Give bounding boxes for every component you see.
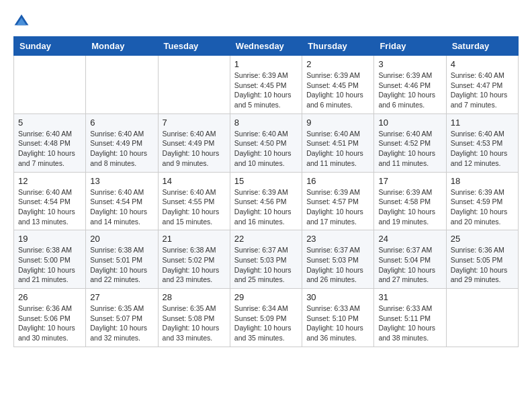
calendar-cell: 9Sunrise: 6:40 AM Sunset: 4:51 PM Daylig… [302,113,374,172]
cell-info: Sunrise: 6:40 AM Sunset: 4:49 PM Dayligh… [163,129,226,169]
calendar-cell: 20Sunrise: 6:38 AM Sunset: 5:01 PM Dayli… [86,230,158,289]
day-number: 10 [378,118,441,128]
day-number: 30 [306,292,369,302]
cell-info: Sunrise: 6:35 AM Sunset: 5:07 PM Dayligh… [90,304,153,343]
day-number: 26 [18,292,81,302]
calendar-week-5: 26Sunrise: 6:36 AM Sunset: 5:06 PM Dayli… [14,289,519,347]
day-number: 24 [378,234,441,244]
calendar-table: SundayMondayTuesdayWednesdayThursdayFrid… [13,36,519,347]
cell-info: Sunrise: 6:39 AM Sunset: 4:45 PM Dayligh… [306,71,369,110]
cell-info: Sunrise: 6:34 AM Sunset: 5:09 PM Dayligh… [234,304,298,343]
calendar-cell [158,56,230,114]
calendar-cell: 29Sunrise: 6:34 AM Sunset: 5:09 PM Dayli… [230,289,302,347]
cell-info: Sunrise: 6:33 AM Sunset: 5:10 PM Dayligh… [306,304,369,343]
calendar-header-row: SundayMondayTuesdayWednesdayThursdayFrid… [14,37,519,56]
day-number: 31 [378,292,441,302]
day-number: 7 [163,118,226,128]
day-number: 21 [163,234,226,244]
calendar-cell: 14Sunrise: 6:40 AM Sunset: 4:55 PM Dayli… [158,172,230,230]
cell-info: Sunrise: 6:40 AM Sunset: 4:54 PM Dayligh… [90,187,153,227]
cell-info: Sunrise: 6:36 AM Sunset: 5:06 PM Dayligh… [18,304,81,343]
day-number: 18 [451,176,514,186]
cell-info: Sunrise: 6:39 AM Sunset: 4:45 PM Dayligh… [234,71,298,110]
day-number: 25 [451,234,514,244]
day-number: 17 [378,176,441,186]
cell-info: Sunrise: 6:35 AM Sunset: 5:08 PM Dayligh… [163,304,226,343]
cell-info: Sunrise: 6:39 AM Sunset: 4:56 PM Dayligh… [234,187,298,227]
cell-info: Sunrise: 6:39 AM Sunset: 4:57 PM Dayligh… [306,187,369,227]
cell-info: Sunrise: 6:40 AM Sunset: 4:49 PM Dayligh… [90,129,153,169]
cell-info: Sunrise: 6:36 AM Sunset: 5:05 PM Dayligh… [451,245,514,285]
cell-info: Sunrise: 6:39 AM Sunset: 4:46 PM Dayligh… [378,71,441,110]
day-number: 16 [306,176,369,186]
calendar-header-wednesday: Wednesday [230,37,302,56]
cell-info: Sunrise: 6:37 AM Sunset: 5:03 PM Dayligh… [234,245,298,285]
day-number: 3 [378,59,441,69]
cell-info: Sunrise: 6:40 AM Sunset: 4:51 PM Dayligh… [306,129,369,169]
day-number: 5 [18,118,81,128]
cell-info: Sunrise: 6:38 AM Sunset: 5:00 PM Dayligh… [18,245,81,285]
logo-icon [13,13,30,30]
calendar-cell: 4Sunrise: 6:40 AM Sunset: 4:47 PM Daylig… [446,56,518,114]
calendar-header-thursday: Thursday [302,37,374,56]
calendar-cell: 27Sunrise: 6:35 AM Sunset: 5:07 PM Dayli… [86,289,158,347]
cell-info: Sunrise: 6:40 AM Sunset: 4:54 PM Dayligh… [18,187,81,227]
page-header [13,13,519,30]
cell-info: Sunrise: 6:39 AM Sunset: 4:58 PM Dayligh… [378,187,441,227]
calendar-header-saturday: Saturday [446,37,518,56]
day-number: 28 [163,292,226,302]
calendar-cell: 11Sunrise: 6:40 AM Sunset: 4:53 PM Dayli… [446,113,518,172]
calendar-week-4: 19Sunrise: 6:38 AM Sunset: 5:00 PM Dayli… [14,230,519,289]
calendar-cell: 22Sunrise: 6:37 AM Sunset: 5:03 PM Dayli… [230,230,302,289]
calendar-cell: 16Sunrise: 6:39 AM Sunset: 4:57 PM Dayli… [302,172,374,230]
cell-info: Sunrise: 6:40 AM Sunset: 4:50 PM Dayligh… [234,129,298,169]
day-number: 29 [234,292,298,302]
calendar-cell: 19Sunrise: 6:38 AM Sunset: 5:00 PM Dayli… [14,230,86,289]
calendar-week-2: 5Sunrise: 6:40 AM Sunset: 4:48 PM Daylig… [14,113,519,172]
calendar-cell: 25Sunrise: 6:36 AM Sunset: 5:05 PM Dayli… [446,230,518,289]
calendar-cell: 15Sunrise: 6:39 AM Sunset: 4:56 PM Dayli… [230,172,302,230]
day-number: 22 [234,234,298,244]
day-number: 20 [90,234,153,244]
cell-info: Sunrise: 6:37 AM Sunset: 5:04 PM Dayligh… [378,245,441,285]
cell-info: Sunrise: 6:40 AM Sunset: 4:47 PM Dayligh… [451,71,514,110]
day-number: 1 [234,59,298,69]
calendar-cell: 5Sunrise: 6:40 AM Sunset: 4:48 PM Daylig… [14,113,86,172]
calendar-cell: 31Sunrise: 6:33 AM Sunset: 5:11 PM Dayli… [374,289,446,347]
calendar-cell: 23Sunrise: 6:37 AM Sunset: 5:03 PM Dayli… [302,230,374,289]
calendar-cell [14,56,86,114]
day-number: 8 [234,118,298,128]
day-number: 14 [163,176,226,186]
calendar-cell: 26Sunrise: 6:36 AM Sunset: 5:06 PM Dayli… [14,289,86,347]
cell-info: Sunrise: 6:40 AM Sunset: 4:55 PM Dayligh… [163,187,226,227]
calendar-cell: 6Sunrise: 6:40 AM Sunset: 4:49 PM Daylig… [86,113,158,172]
calendar-cell: 30Sunrise: 6:33 AM Sunset: 5:10 PM Dayli… [302,289,374,347]
day-number: 6 [90,118,153,128]
cell-info: Sunrise: 6:38 AM Sunset: 5:01 PM Dayligh… [90,245,153,285]
day-number: 11 [451,118,514,128]
calendar-cell: 28Sunrise: 6:35 AM Sunset: 5:08 PM Dayli… [158,289,230,347]
cell-info: Sunrise: 6:39 AM Sunset: 4:59 PM Dayligh… [451,187,514,227]
day-number: 9 [306,118,369,128]
calendar-cell: 7Sunrise: 6:40 AM Sunset: 4:49 PM Daylig… [158,113,230,172]
day-number: 23 [306,234,369,244]
calendar-header-sunday: Sunday [14,37,86,56]
day-number: 4 [451,59,514,69]
calendar-week-3: 12Sunrise: 6:40 AM Sunset: 4:54 PM Dayli… [14,172,519,230]
cell-info: Sunrise: 6:40 AM Sunset: 4:48 PM Dayligh… [18,129,81,169]
calendar-header-friday: Friday [374,37,446,56]
calendar-cell: 21Sunrise: 6:38 AM Sunset: 5:02 PM Dayli… [158,230,230,289]
calendar-cell: 8Sunrise: 6:40 AM Sunset: 4:50 PM Daylig… [230,113,302,172]
day-number: 13 [90,176,153,186]
day-number: 27 [90,292,153,302]
calendar-cell: 3Sunrise: 6:39 AM Sunset: 4:46 PM Daylig… [374,56,446,114]
calendar-cell: 18Sunrise: 6:39 AM Sunset: 4:59 PM Dayli… [446,172,518,230]
calendar-header-tuesday: Tuesday [158,37,230,56]
day-number: 15 [234,176,298,186]
calendar-cell: 17Sunrise: 6:39 AM Sunset: 4:58 PM Dayli… [374,172,446,230]
day-number: 19 [18,234,81,244]
calendar-cell: 10Sunrise: 6:40 AM Sunset: 4:52 PM Dayli… [374,113,446,172]
cell-info: Sunrise: 6:33 AM Sunset: 5:11 PM Dayligh… [378,304,441,343]
cell-info: Sunrise: 6:40 AM Sunset: 4:52 PM Dayligh… [378,129,441,169]
cell-info: Sunrise: 6:37 AM Sunset: 5:03 PM Dayligh… [306,245,369,285]
